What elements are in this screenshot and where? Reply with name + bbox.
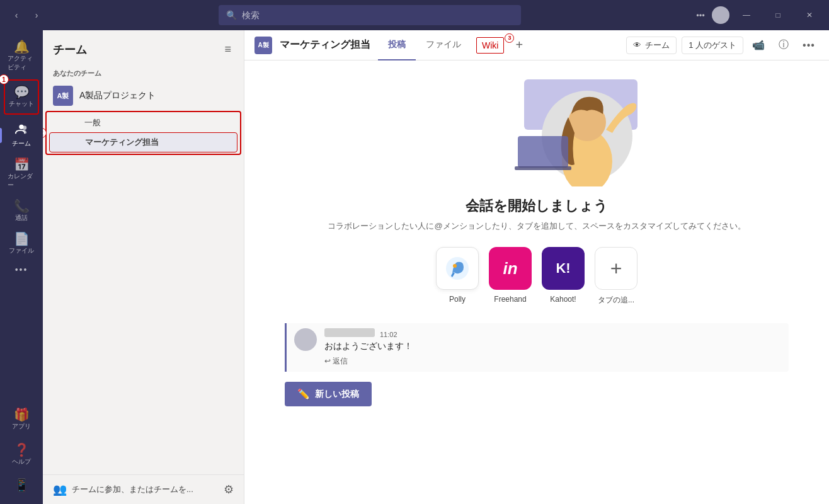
teams-footer[interactable]: 👥 チームに参加、またはチームを... ⚙ [43, 474, 244, 504]
message-time: 11:02 [380, 331, 397, 338]
sidebar-item-apps[interactable]: 🎁 アプリ [5, 403, 38, 436]
kahoot-label: Kahoot! [550, 295, 576, 304]
illustration-area [257, 73, 816, 186]
channel-more-button[interactable]: ••• [799, 35, 819, 55]
sidebar-item-help[interactable]: ❓ ヘルプ [5, 438, 38, 471]
minimize-button[interactable]: — [732, 5, 761, 25]
mobile-icon: 📱 [14, 479, 30, 491]
svg-rect-7 [515, 166, 571, 170]
chat-icon: 💬 [14, 86, 30, 98]
search-input[interactable] [242, 10, 513, 20]
welcome-title: 会話を開始しましょう [328, 197, 745, 215]
apps-icon: 🎁 [14, 408, 30, 421]
your-teams-label: あなたのチーム [43, 64, 244, 81]
channel-marketing[interactable]: マーケティング担当 [49, 132, 237, 152]
teams-panel: チーム ≡ あなたのチーム A製 A製品プロジェクト ••• 2 一般 マーケテ… [43, 30, 244, 504]
app-icons-row: Polly in Freehand K! Kahoot! + [436, 247, 637, 306]
freehand-label: Freehand [494, 295, 526, 304]
channel-general[interactable]: 一般 [49, 113, 237, 132]
sidebar-item-more[interactable]: ••• [5, 260, 38, 279]
channel-tabs: 投稿 ファイル 3 Wiki + [378, 30, 619, 60]
message-item: 11:02 おはようございます！ ↩ 返信 [285, 323, 789, 372]
tab-files[interactable]: ファイル [416, 30, 471, 60]
more-icon: ••• [15, 265, 28, 274]
title-actions: ••• — □ ✕ [687, 5, 829, 25]
team-row-a-product[interactable]: A製 A製品プロジェクト ••• [43, 81, 244, 111]
new-post-label: 新しい投稿 [315, 389, 359, 400]
channels-box: 一般 マーケティング担当 [45, 111, 241, 155]
team-avatar: A製 [53, 86, 73, 106]
info-button[interactable]: ⓘ [774, 35, 794, 55]
app-kahoot[interactable]: K! Kahoot! [542, 247, 585, 306]
new-post-icon: ✏️ [297, 388, 310, 400]
video-button[interactable]: 📹 [748, 35, 769, 55]
user-avatar[interactable] [712, 6, 729, 24]
sidebar-label-teams: チーム [12, 139, 31, 148]
view-team-button[interactable]: 👁 チーム [626, 37, 677, 54]
sidebar-item-calls[interactable]: 📞 通話 [5, 195, 38, 227]
maximize-button[interactable]: □ [763, 5, 792, 25]
app-freehand[interactable]: in Freehand [489, 247, 532, 306]
freehand-icon-box: in [489, 247, 532, 290]
app-add-tab[interactable]: + タブの追... [595, 247, 637, 306]
polly-label: Polly [449, 295, 466, 304]
sidebar-chat-box: 1 💬 チャット [4, 79, 39, 115]
annotation-badge-3: 3 [505, 33, 514, 43]
sidebar-label-apps: アプリ [12, 422, 31, 431]
teams-icon [14, 122, 28, 138]
tab-posts[interactable]: 投稿 [378, 30, 416, 60]
reply-button[interactable]: ↩ 返信 [324, 356, 789, 367]
svg-rect-6 [518, 136, 568, 168]
nav-buttons: ‹ › [0, 6, 53, 24]
sidebar-item-calendar[interactable]: 📅 カレンダー [5, 153, 38, 195]
message-sender [324, 328, 375, 337]
sidebar-label-files: ファイル [9, 246, 34, 255]
sidebar-label-help: ヘルプ [12, 457, 31, 466]
sidebar-label-calls: 通話 [15, 214, 28, 222]
calendar-icon: 📅 [14, 158, 30, 171]
add-icon: + [610, 257, 622, 280]
teams-panel-title: チーム [53, 42, 87, 57]
sidebar-item-mobile[interactable]: 📱 [5, 474, 38, 496]
close-button[interactable]: ✕ [795, 5, 824, 25]
message-header: 11:02 [324, 328, 789, 338]
channel-header-actions: 👁 チーム 1 人のゲスト 📹 ⓘ ••• [626, 35, 819, 55]
channel-title: マーケティング担当 [280, 38, 370, 52]
settings-icon[interactable]: ⚙ [224, 483, 234, 496]
message-text: おはようございます！ [324, 341, 789, 352]
join-teams-icon: 👥 [53, 483, 67, 496]
polly-svg [445, 256, 470, 281]
add-tab-icon-box: + [595, 247, 637, 290]
more-options-button[interactable]: ••• [692, 6, 709, 24]
new-post-button[interactable]: ✏️ 新しい投稿 [285, 382, 372, 406]
sidebar-item-teams[interactable]: チーム [5, 117, 38, 153]
help-icon: ❓ [14, 444, 30, 456]
guest-count-button[interactable]: 1 人のゲスト [682, 37, 743, 54]
search-box[interactable]: 🔍 [219, 5, 521, 25]
sidebar-label-calendar: カレンダー [8, 172, 35, 190]
tab-wiki[interactable]: Wiki [476, 37, 504, 54]
main-content: A製 マーケティング担当 投稿 ファイル 3 Wiki + 👁 チーム 1 人の… [244, 30, 829, 504]
back-button[interactable]: ‹ [8, 6, 25, 24]
sidebar-item-activity[interactable]: 🔔 アクティビティ [5, 35, 38, 77]
eye-icon: 👁 [633, 40, 641, 50]
channel-team-avatar: A製 [254, 37, 272, 54]
sidebar-label-activity: アクティビティ [8, 54, 35, 72]
channel-body: 会話を開始しましょう コラボレーションしたい人に@メンションしたり、タブを追加し… [244, 60, 829, 504]
message-body: 11:02 おはようございます！ ↩ 返信 [324, 328, 789, 367]
info-icon: ⓘ [779, 38, 789, 52]
calls-icon: 📞 [14, 200, 30, 212]
search-area: 🔍 [53, 5, 687, 25]
tab-wiki-container: 3 Wiki [471, 37, 509, 54]
guest-label: 1 人のゲスト [689, 40, 736, 51]
freehand-text: in [503, 259, 517, 278]
join-teams-text: チームに参加、またはチームを... [72, 484, 219, 495]
sidebar: 🔔 アクティビティ 1 💬 チャット チーム 📅 カレンダー 📞 通話 📄 ファ… [0, 30, 43, 504]
message-avatar [294, 328, 317, 351]
app-polly[interactable]: Polly [436, 247, 479, 306]
sidebar-item-chat[interactable]: 💬 チャット [5, 81, 38, 113]
search-icon: 🔍 [226, 10, 237, 20]
forward-button[interactable]: › [28, 6, 45, 24]
sidebar-item-files[interactable]: 📄 ファイル [5, 227, 38, 260]
filter-button[interactable]: ≡ [222, 40, 234, 59]
